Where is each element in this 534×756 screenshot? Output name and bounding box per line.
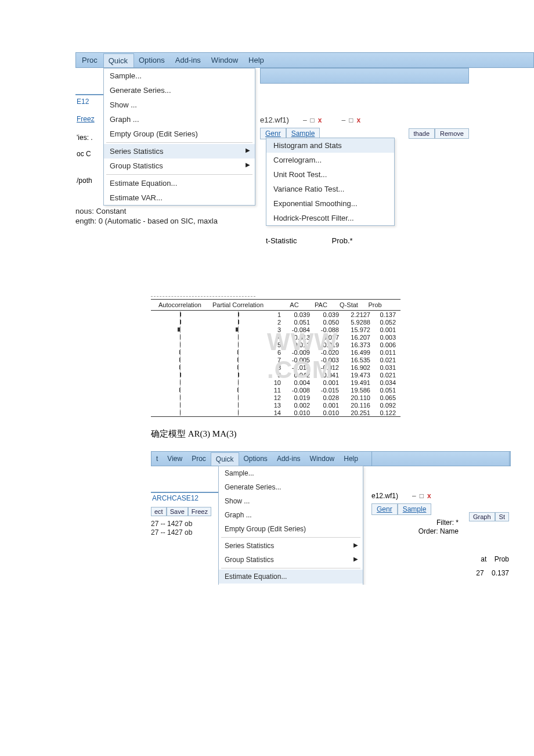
menuitem-series-statistics[interactable]: Series Statistics <box>104 144 255 159</box>
maximize-icon[interactable]: □ <box>349 116 353 124</box>
menuitem2-sample[interactable]: Sample... <box>219 466 363 480</box>
menuitem-sample[interactable]: Sample... <box>104 69 255 83</box>
window-controls-1: – □ x <box>303 116 322 124</box>
menuitem2-series-statistics[interactable]: Series Statistics <box>219 539 363 553</box>
label-occ: oc C <box>75 147 103 160</box>
menuitem-empty-group[interactable]: Empty Group (Edit Series) <box>104 127 255 141</box>
table-row: 10.0390.0392.21270.137 <box>151 311 400 318</box>
menu-help[interactable]: Help <box>244 53 270 67</box>
menuitem2-estimate-var[interactable]: Estimate VAR... <box>219 584 363 585</box>
bluebar-bottom-right <box>371 451 510 466</box>
menu-proc[interactable]: Proc <box>77 53 103 67</box>
menu2-quick[interactable]: Quick <box>211 452 239 466</box>
menuitem2-empty-group[interactable]: Empty Group (Edit Series) <box>219 522 363 536</box>
menuitem-histogram-stats[interactable]: Histogram and Stats <box>266 138 394 153</box>
maximize-icon[interactable]: □ <box>311 116 315 124</box>
minimize-icon[interactable]: – <box>303 116 307 124</box>
menu2-options[interactable]: Options <box>239 452 272 465</box>
val-0137: 0.137 <box>492 569 509 577</box>
remove-button[interactable]: Remove <box>435 128 469 139</box>
minimize-icon[interactable]: – <box>342 116 346 124</box>
menu2-window[interactable]: Window <box>305 452 340 465</box>
val-27: 27 <box>476 569 484 577</box>
separator <box>106 174 252 175</box>
minimize-icon[interactable]: – <box>412 492 416 500</box>
quick-dropdown-bottom: Sample... Generate Series... Show ... Gr… <box>218 466 363 585</box>
prob-label: Prob <box>495 555 509 563</box>
menu-quick[interactable]: Quick <box>103 53 134 67</box>
table-row: 6-0.009-0.02016.4990.011 <box>151 348 400 356</box>
close-icon[interactable]: x <box>427 492 431 500</box>
menuitem2-graph[interactable]: Graph ... <box>219 508 363 522</box>
menu2-addins[interactable]: Add-ins <box>272 452 305 465</box>
menuitem-hp-filter[interactable]: Hodrick-Prescott Filter... <box>266 211 394 225</box>
menu-addins[interactable]: Add-ins <box>171 53 207 67</box>
ect-button[interactable]: ect <box>151 507 167 516</box>
genr-button-2[interactable]: Genr <box>371 503 398 515</box>
menu-window[interactable]: Window <box>207 53 244 67</box>
obs-row-2: 27 -- 1427 ob <box>151 528 218 537</box>
col-pac2: PAC <box>308 301 334 308</box>
sample-button-2[interactable]: Sample <box>398 503 432 515</box>
table-row: 130.0020.00120.1160.092 <box>151 401 400 409</box>
label-freez[interactable]: Freez <box>75 113 103 125</box>
menuitem-estimate-equation[interactable]: Estimate Equation... <box>104 176 255 190</box>
close-icon[interactable]: x <box>356 116 360 124</box>
menuitem-exp-smoothing[interactable]: Exponential Smoothing... <box>266 196 394 211</box>
quick-dropdown: Sample... Generate Series... Show ... Gr… <box>103 68 255 206</box>
st-button[interactable]: St <box>495 512 509 521</box>
filter-label: Filter: * <box>371 519 459 527</box>
maximize-icon[interactable]: □ <box>420 492 424 500</box>
separator <box>106 142 252 143</box>
menuitem-unit-root[interactable]: Unit Root Test... <box>266 167 394 182</box>
menuitem-generate-series[interactable]: Generate Series... <box>104 83 255 98</box>
table-row: 100.0040.00119.4910.034 <box>151 379 400 386</box>
obs-row-1: 27 -- 1427 ob <box>151 520 218 528</box>
label-ies: 'ies: . <box>75 131 103 144</box>
graph-button[interactable]: Graph <box>469 512 495 521</box>
separator <box>221 568 360 568</box>
menuitem2-estimate-equation[interactable]: Estimate Equation... <box>219 570 363 584</box>
menu2-view[interactable]: View <box>163 452 187 465</box>
label-archcase12: ARCHCASE12 <box>151 492 218 503</box>
at-label: at <box>481 555 486 563</box>
save-button[interactable]: Save <box>167 507 188 516</box>
menuitem-estimate-var[interactable]: Estimate VAR... <box>104 190 255 205</box>
close-icon[interactable]: x <box>318 116 322 124</box>
menuitem2-show[interactable]: Show ... <box>219 494 363 508</box>
left-strip: E12 Freez 'ies: . oc C /poth <box>75 67 103 187</box>
label-e12: E12 <box>75 94 103 108</box>
label-poth: /poth <box>75 174 103 187</box>
menuitem-show[interactable]: Show ... <box>104 98 255 112</box>
menuitem-correlogram[interactable]: Correlogram... <box>266 153 394 167</box>
menu2-help[interactable]: Help <box>339 452 363 465</box>
menu-options[interactable]: Options <box>134 53 171 67</box>
menuitem2-generate-series[interactable]: Generate Series... <box>219 480 363 494</box>
table-row: 50.0110.01916.3730.006 <box>151 341 400 348</box>
table-row: 8-0.016-0.01216.9020.031 <box>151 363 400 371</box>
menu2-proc[interactable]: Proc <box>187 452 211 465</box>
table-row: 140.0100.01020.2510.122 <box>151 409 400 416</box>
menuitem2-group-statistics[interactable]: Group Statistics <box>219 553 363 567</box>
menuitem-variance-ratio[interactable]: Variance Ratio Test... <box>266 182 394 196</box>
col-ac: AC <box>281 301 308 308</box>
freez-button[interactable]: Freez <box>188 507 211 516</box>
label-tstat: t-Statistic <box>266 236 297 245</box>
table-row: 20.0510.0505.92880.052 <box>151 318 400 326</box>
table-row: 90.0420.04119.4730.021 <box>151 371 400 379</box>
order-label: Order: Name <box>371 527 459 536</box>
table-row: 3-0.084-0.08815.9720.001 <box>151 326 400 333</box>
menuitem-group-statistics[interactable]: Group Statistics <box>104 159 255 173</box>
col-qstat: Q-Stat <box>334 301 363 308</box>
thade-button[interactable]: thade <box>409 128 435 139</box>
text-constant: nous: Constant <box>75 207 254 215</box>
window-controls-2: – □ x <box>342 116 361 124</box>
bluebar-right <box>260 68 469 84</box>
col-pac: Partial Correlation <box>209 301 267 308</box>
menuitem-graph[interactable]: Graph ... <box>104 112 255 127</box>
menu2-t[interactable]: t <box>151 452 163 465</box>
series-statistics-submenu: Histogram and Stats Correlogram... Unit … <box>266 138 395 226</box>
table-row: 40.0130.01716.2070.003 <box>151 333 400 341</box>
menubar-top: Proc Quick Options Add-ins Window Help <box>75 52 534 68</box>
table-row: 11-0.008-0.01519.5860.051 <box>151 386 400 394</box>
